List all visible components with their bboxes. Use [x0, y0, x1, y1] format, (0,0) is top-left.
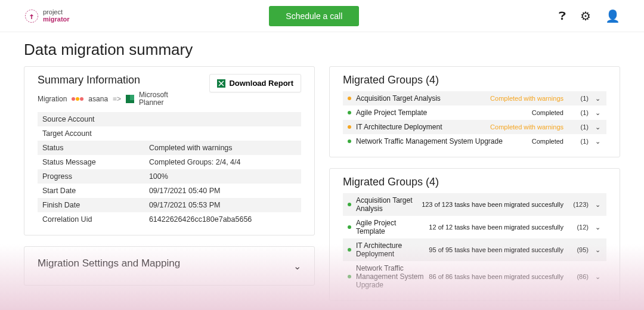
- group-count: (1): [568, 138, 589, 145]
- svg-rect-2: [130, 95, 134, 100]
- group-name: Agile Project Template: [356, 108, 527, 117]
- group-row[interactable]: Acquisition Target AnalysisCompleted wit…: [343, 91, 606, 106]
- account-icon[interactable]: 👤: [605, 9, 620, 23]
- target-tool-label: Microsoft Planner: [139, 91, 171, 106]
- summary-row: Source Account: [38, 112, 301, 126]
- summary-row: Progress100%: [38, 169, 301, 184]
- summary-row: Status MessageCompleted Groups: 2/4, 4/4: [38, 155, 301, 169]
- status-bullet-icon: [348, 140, 351, 143]
- groups-card-a: Migrated Groups (4) Acquisition Target A…: [329, 66, 620, 157]
- top-icons: ❓︎ ⚙ 👤: [559, 9, 620, 23]
- summary-value: 09/17/2021 05:40 PM: [149, 187, 296, 195]
- summary-row: StatusCompleted with warnings: [38, 141, 301, 155]
- group-row[interactable]: Acquisition Target Analysis123 of 123 ta…: [343, 193, 606, 216]
- group-row[interactable]: IT Architecture DeploymentCompleted with…: [343, 120, 606, 134]
- settings-card[interactable]: Migration Settings and Mapping ⌄: [24, 246, 315, 286]
- summary-key: Status: [42, 144, 149, 152]
- gear-icon[interactable]: ⚙: [580, 9, 591, 23]
- summary-value: Completed with warnings: [149, 144, 296, 152]
- chevron-down-icon[interactable]: ⌄: [593, 123, 602, 131]
- status-bullet-icon: [348, 225, 351, 229]
- summary-key: Start Date: [42, 187, 149, 195]
- page: Data migration summary Summary Informati…: [0, 32, 644, 301]
- summary-card: Summary Information Migration asana => M…: [24, 66, 315, 235]
- groups-b-list: Acquisition Target Analysis123 of 123 ta…: [343, 193, 606, 292]
- download-report-label: Download Report: [229, 79, 293, 88]
- status-bullet-icon: [348, 275, 351, 278]
- summary-row: Target Account: [38, 126, 301, 141]
- group-name: Acquisition Target Analysis: [356, 196, 417, 213]
- group-count: (1): [568, 95, 589, 102]
- migration-label: Migration: [38, 95, 67, 103]
- group-row[interactable]: Agile Project Template12 of 12 tasks hav…: [343, 216, 606, 238]
- logo-icon: [24, 8, 39, 24]
- topbar: projectmigrator Schedule a call ❓︎ ⚙ 👤: [0, 0, 644, 32]
- schedule-call-button[interactable]: Schedule a call: [269, 6, 359, 26]
- group-status: 95 of 95 tasks have been migrated succes…: [429, 246, 564, 253]
- summary-value: [149, 115, 296, 123]
- summary-value: 100%: [149, 172, 296, 181]
- summary-value: 09/17/2021 05:53 PM: [149, 201, 296, 209]
- chevron-down-icon[interactable]: ⌄: [593, 138, 602, 145]
- group-status: Completed: [532, 109, 564, 116]
- summary-value: [149, 129, 296, 138]
- group-row[interactable]: Network Traffic Management System Upgrad…: [343, 134, 606, 148]
- left-column: Summary Information Migration asana => M…: [24, 66, 315, 301]
- planner-icon: [126, 95, 134, 103]
- help-icon[interactable]: ❓︎: [559, 9, 566, 23]
- summary-heading: Summary Information: [38, 74, 171, 86]
- summary-row: Start Date09/17/2021 05:40 PM: [38, 184, 301, 198]
- summary-row: Finish Date09/17/2021 05:53 PM: [38, 198, 301, 212]
- chevron-down-icon[interactable]: ⌄: [593, 201, 602, 209]
- excel-icon: [217, 79, 225, 88]
- page-title: Data migration summary: [24, 41, 620, 59]
- summary-row: Correlation Uid61422626426cc180e7aba5656: [38, 212, 301, 227]
- group-count: (95): [568, 246, 589, 253]
- status-bullet-icon: [348, 125, 351, 129]
- group-name: Acquisition Target Analysis: [356, 94, 485, 103]
- group-name: Agile Project Template: [356, 219, 424, 235]
- logo[interactable]: projectmigrator: [24, 8, 70, 24]
- group-count: (1): [568, 123, 589, 131]
- groups-a-list: Acquisition Target AnalysisCompleted wit…: [343, 91, 606, 148]
- download-report-button[interactable]: Download Report: [209, 74, 301, 92]
- groups-card-b: Migrated Groups (4) Acquisition Target A…: [329, 168, 620, 301]
- status-bullet-icon: [348, 111, 351, 114]
- source-tool-label: asana: [88, 95, 108, 103]
- chevron-down-icon[interactable]: ⌄: [593, 95, 602, 103]
- summary-key: Correlation Uid: [42, 215, 149, 224]
- group-row[interactable]: Network Traffic Management System Upgrad…: [343, 261, 606, 292]
- groups-a-heading: Migrated Groups (4): [343, 74, 606, 86]
- status-bullet-icon: [348, 248, 351, 252]
- group-name: IT Architecture Deployment: [356, 241, 424, 258]
- group-status: 123 of 123 tasks have been migrated succ…: [422, 201, 564, 208]
- summary-value: 61422626426cc180e7aba5656: [149, 215, 296, 224]
- status-bullet-icon: [348, 97, 351, 100]
- chevron-down-icon[interactable]: ⌄: [593, 246, 602, 254]
- group-row[interactable]: Agile Project TemplateCompleted(1)⌄: [343, 106, 606, 120]
- migration-line: Migration asana => Microsoft Planner: [38, 91, 171, 106]
- group-status: Completed with warnings: [490, 123, 564, 131]
- group-status: Completed: [532, 138, 564, 145]
- logo-text: projectmigrator: [43, 9, 70, 23]
- group-count: (86): [568, 273, 589, 280]
- settings-heading: Migration Settings and Mapping: [38, 258, 180, 269]
- arrow-icon: =>: [113, 95, 121, 103]
- summary-key: Finish Date: [42, 201, 149, 209]
- chevron-down-icon[interactable]: ⌄: [593, 273, 602, 281]
- group-count: (12): [568, 224, 589, 231]
- group-name: Network Traffic Management System Upgrad…: [356, 264, 424, 289]
- group-status: 86 of 86 tasks have been migrated succes…: [429, 273, 564, 280]
- summary-key: Progress: [42, 172, 149, 181]
- group-count: (123): [568, 201, 589, 208]
- summary-key: Source Account: [42, 115, 149, 123]
- groups-b-heading: Migrated Groups (4): [343, 176, 606, 188]
- group-status: Completed with warnings: [490, 95, 564, 102]
- chevron-down-icon[interactable]: ⌄: [593, 109, 602, 117]
- summary-table: Source AccountTarget AccountStatusComple…: [38, 112, 301, 227]
- group-row[interactable]: IT Architecture Deployment95 of 95 tasks…: [343, 238, 606, 261]
- right-column: Migrated Groups (4) Acquisition Target A…: [329, 66, 620, 301]
- chevron-down-icon[interactable]: ⌄: [593, 224, 602, 231]
- group-count: (1): [568, 109, 589, 116]
- chevron-down-icon: ⌄: [293, 261, 301, 272]
